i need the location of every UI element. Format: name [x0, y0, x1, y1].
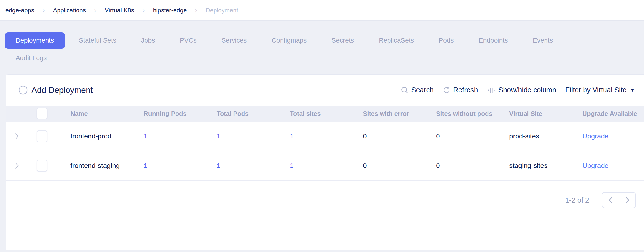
card-toolbar: Add Deployment Search Refresh: [6, 74, 644, 106]
breadcrumb-item-edge-apps[interactable]: edge-apps: [5, 7, 34, 14]
add-deployment-button[interactable]: Add Deployment: [18, 85, 93, 95]
row-checkbox[interactable]: [36, 130, 47, 142]
sites-with-error-value: 0: [348, 132, 422, 140]
prev-page-button[interactable]: [602, 192, 619, 208]
total-pods-link[interactable]: 1: [217, 132, 220, 140]
deployment-name: frontend-prod: [56, 132, 129, 140]
total-pods-link[interactable]: 1: [217, 162, 220, 170]
column-header-virtual-site[interactable]: Virtual Site: [494, 110, 568, 118]
total-sites-link[interactable]: 1: [290, 162, 294, 170]
tab-endpoints[interactable]: Endpoints: [468, 32, 519, 49]
tab-secrets[interactable]: Secrets: [321, 32, 365, 49]
tab-configmaps[interactable]: Configmaps: [261, 32, 317, 49]
running-pods-link[interactable]: 1: [144, 132, 148, 140]
breadcrumb-item-hipster-edge[interactable]: hipster-edge: [153, 7, 187, 14]
expand-row-button[interactable]: [15, 162, 19, 170]
deployment-name: frontend-staging: [56, 162, 129, 170]
breadcrumb-bar: edge-apps › Applications › Virtual K8s ›…: [0, 0, 644, 21]
sites-without-pods-value: 0: [422, 132, 494, 140]
column-toggle-icon: [487, 86, 496, 94]
row-checkbox[interactable]: [36, 160, 47, 172]
refresh-icon: [443, 86, 450, 94]
caret-down-icon: ▾: [631, 87, 634, 93]
upgrade-link[interactable]: Upgrade: [582, 132, 608, 140]
show-hide-column-label: Show/hide column: [498, 86, 556, 94]
breadcrumb-item-applications[interactable]: Applications: [53, 7, 86, 14]
show-hide-column-button[interactable]: Show/hide column: [487, 86, 556, 94]
total-sites-link[interactable]: 1: [290, 132, 294, 140]
chevron-right-icon: [625, 197, 630, 204]
column-header-name[interactable]: Name: [56, 110, 129, 118]
chevron-right-icon: [15, 132, 19, 140]
column-header-total-pods[interactable]: Total Pods: [202, 110, 275, 118]
tab-row-1: Deployments Stateful Sets Jobs PVCs Serv…: [5, 32, 644, 49]
tab-pods[interactable]: Pods: [428, 32, 464, 49]
refresh-label: Refresh: [453, 86, 478, 94]
running-pods-link[interactable]: 1: [144, 162, 148, 170]
filter-label: Filter by Virtual Site: [566, 86, 627, 94]
sites-without-pods-value: 0: [422, 162, 494, 170]
chevron-separator-icon: ›: [94, 7, 96, 14]
breadcrumb: edge-apps › Applications › Virtual K8s ›…: [5, 7, 238, 14]
chevron-separator-icon: ›: [195, 7, 197, 14]
tab-jobs[interactable]: Jobs: [130, 32, 166, 49]
chevron-left-icon: [608, 197, 613, 204]
breadcrumb-item-virtual-k8s[interactable]: Virtual K8s: [105, 7, 134, 14]
tab-events[interactable]: Events: [522, 32, 564, 49]
breadcrumb-item-deployment: Deployment: [206, 7, 238, 14]
table-row-frontend-staging: frontend-staging 1 1 1 0 0 staging-sites…: [6, 151, 644, 180]
pager-buttons: [602, 192, 636, 208]
chevron-separator-icon: ›: [42, 7, 44, 14]
virtual-site-value: staging-sites: [494, 162, 568, 170]
select-all-checkbox[interactable]: [36, 108, 47, 120]
column-header-sites-with-error[interactable]: Sites with error: [348, 110, 422, 118]
deployments-card: Add Deployment Search Refresh: [6, 74, 644, 250]
search-label: Search: [411, 86, 434, 94]
filter-by-virtual-site-dropdown[interactable]: Filter by Virtual Site ▾: [566, 86, 634, 94]
column-header-total-sites[interactable]: Total sites: [275, 110, 348, 118]
toolbar-right: Search Refresh Show/: [401, 86, 634, 94]
sites-with-error-value: 0: [348, 162, 422, 170]
tab-audit-logs[interactable]: Audit Logs: [5, 52, 58, 64]
virtual-site-value: prod-sites: [494, 132, 568, 140]
table-header-row: Name Running Pods Total Pods Total sites…: [6, 106, 644, 122]
add-deployment-label: Add Deployment: [32, 85, 93, 95]
column-header-running-pods[interactable]: Running Pods: [129, 110, 202, 118]
refresh-button[interactable]: Refresh: [443, 86, 478, 94]
tab-pvcs[interactable]: PVCs: [169, 32, 208, 49]
upgrade-link[interactable]: Upgrade: [582, 162, 608, 170]
tab-deployments[interactable]: Deployments: [5, 32, 65, 49]
expand-row-button[interactable]: [15, 132, 19, 140]
chevron-separator-icon: ›: [142, 7, 144, 14]
tab-bar: Deployments Stateful Sets Jobs PVCs Serv…: [0, 21, 644, 64]
chevron-right-icon: [15, 162, 19, 170]
tab-row-2: Audit Logs: [5, 52, 644, 64]
plus-circle-icon: [18, 86, 28, 94]
tab-stateful-sets[interactable]: Stateful Sets: [68, 32, 127, 49]
column-header-sites-without-pods[interactable]: Sites without pods: [422, 110, 494, 118]
page-body: Deployments Stateful Sets Jobs PVCs Serv…: [0, 21, 644, 250]
search-button[interactable]: Search: [401, 86, 434, 94]
pagination: 1-2 of 2: [6, 192, 644, 208]
next-page-button[interactable]: [619, 192, 636, 208]
table-row-frontend-prod: frontend-prod 1 1 1 0 0 prod-sites Upgra…: [6, 122, 644, 151]
pagination-range: 1-2 of 2: [565, 196, 589, 204]
tab-services[interactable]: Services: [211, 32, 258, 49]
column-header-upgrade-available[interactable]: Upgrade Available: [568, 110, 644, 118]
tab-replicasets[interactable]: ReplicaSets: [368, 32, 424, 49]
search-icon: [401, 86, 408, 94]
